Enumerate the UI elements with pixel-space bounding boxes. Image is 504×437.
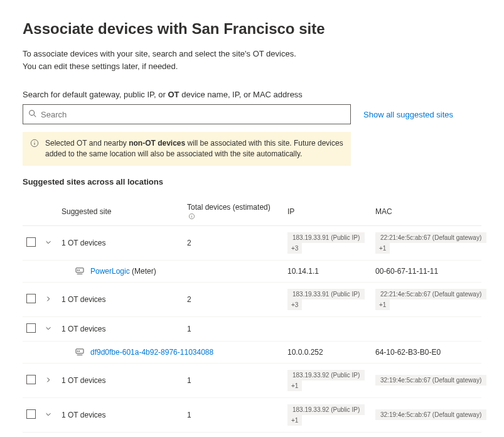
table-row: 1 OT devices1: [23, 316, 481, 341]
site-name: 1 OT devices: [62, 325, 105, 333]
device-icon: [75, 267, 84, 275]
svg-point-14: [79, 350, 80, 351]
intro-text: To associate devices with your site, sea…: [23, 48, 481, 72]
info-icon[interactable]: [188, 213, 195, 220]
chevron-right-icon[interactable]: [44, 375, 53, 384]
row-checkbox[interactable]: [26, 294, 36, 303]
svg-point-7: [191, 215, 192, 215]
site-name: 1 OT devices: [62, 239, 105, 247]
table-row: PowerLogic (Meter)10.14.1.100-60-67-11-1…: [23, 260, 481, 282]
site-name: 1 OT devices: [62, 411, 105, 419]
ip-more[interactable]: +3: [287, 243, 302, 254]
search-icon: [28, 109, 37, 120]
device-count: 1: [183, 397, 284, 432]
show-all-sites-link[interactable]: Show all suggested sites: [363, 110, 453, 119]
device-ip: 10.0.0.252: [287, 348, 323, 357]
row-checkbox[interactable]: [26, 375, 36, 384]
device-icon: [75, 348, 84, 356]
search-box[interactable]: [23, 104, 351, 124]
search-input[interactable]: [37, 110, 345, 119]
ip-tag: 183.19.33.91 (Public IP): [287, 232, 365, 243]
ip-more[interactable]: +3: [287, 299, 302, 310]
mac-more[interactable]: +1: [375, 299, 390, 310]
svg-point-9: [77, 269, 78, 270]
row-checkbox[interactable]: [26, 237, 36, 247]
svg-point-13: [77, 350, 78, 351]
section-title: Suggested sites across all locations: [23, 177, 481, 186]
search-label-part2: device name, IP, or MAC address: [180, 90, 303, 99]
row-checkbox[interactable]: [26, 323, 36, 333]
chevron-down-icon[interactable]: [44, 410, 53, 419]
device-link[interactable]: PowerLogic: [90, 267, 130, 276]
page-title: Associate devices with San Francisco sit…: [23, 20, 481, 38]
chevron-down-icon[interactable]: [44, 238, 53, 247]
ip-more[interactable]: +1: [287, 415, 302, 426]
svg-line-1: [34, 114, 36, 117]
intro-line2: You can edit these settings later, if ne…: [23, 60, 481, 73]
chevron-right-icon[interactable]: [44, 294, 53, 303]
banner-text: Selected OT and nearby: [45, 139, 129, 148]
suggested-sites-table: Suggested site Total devices (estimated)…: [23, 198, 481, 437]
device-count: 1: [183, 316, 284, 341]
table-row: 1 OT devices2183.19.33.91 (Public IP)+32…: [23, 225, 481, 260]
row-checkbox[interactable]: [26, 409, 36, 419]
site-name: 1 OT devices: [62, 295, 105, 304]
ip-tag: 183.19.33.91 (Public IP): [287, 289, 365, 299]
device-count: 2: [183, 282, 284, 316]
col-devices: Total devices (estimated): [183, 198, 284, 226]
ip-tag: 183.19.33.92 (Public IP): [287, 404, 365, 415]
chevron-down-icon[interactable]: [44, 324, 53, 333]
table-row: 1 OT devices1183.19.33.92 (Public IP)+13…: [23, 363, 481, 397]
ip-tag: 183.19.33.92 (Public IP): [287, 370, 365, 380]
table-row: df9d0fbe-601a-4b92-8976-1103408810.0.0.2…: [23, 341, 481, 363]
table-row: 1 OT devices1183.19.33.92 (Public IP)+13…: [23, 397, 481, 432]
mac-tag: 22:21:4e:5c:ab:67 (Default gateway): [375, 289, 486, 299]
col-devices-label: Total devices (estimated): [187, 203, 271, 212]
table-row: test138_companion-link._udp (PLC)10.2.0.…: [23, 432, 481, 437]
search-label-part: Search for default gateway, public IP, o…: [23, 90, 168, 99]
mac-more[interactable]: +1: [375, 243, 390, 254]
device-count: 1: [183, 363, 284, 397]
svg-point-10: [79, 269, 80, 270]
ip-more[interactable]: +1: [287, 380, 302, 391]
device-count: 2: [183, 225, 284, 260]
device-mac: 64-10-62-B3-B0-E0: [375, 348, 441, 357]
device-link[interactable]: df9d0fbe-601a-4b92-8976-11034088: [90, 348, 213, 357]
table-row: 1 OT devices2183.19.33.91 (Public IP)+32…: [23, 282, 481, 316]
search-label: Search for default gateway, public IP, o…: [23, 90, 481, 99]
site-name: 1 OT devices: [62, 376, 105, 385]
svg-point-4: [34, 141, 35, 142]
device-ip: 10.14.1.1: [287, 267, 319, 276]
intro-line1: To associate devices with your site, sea…: [23, 48, 481, 60]
mac-tag: 32:19:4e:5c:ab:67 (Default gateway): [375, 409, 486, 420]
device-type: (Meter): [130, 267, 156, 276]
info-icon: [30, 138, 39, 159]
banner-bold: non-OT devices: [129, 139, 185, 148]
svg-point-0: [29, 110, 35, 115]
search-label-bold: OT: [168, 90, 180, 99]
device-mac: 00-60-67-11-11-11: [375, 267, 438, 276]
mac-tag: 32:19:4e:5c:ab:67 (Default gateway): [375, 375, 486, 386]
col-site: Suggested site: [58, 198, 183, 226]
info-banner: Selected OT and nearby non-OT devices wi…: [23, 132, 351, 166]
col-mac: MAC: [372, 198, 481, 226]
mac-tag: 22:21:4e:5c:ab:67 (Default gateway): [375, 232, 486, 243]
col-ip: IP: [284, 198, 372, 226]
